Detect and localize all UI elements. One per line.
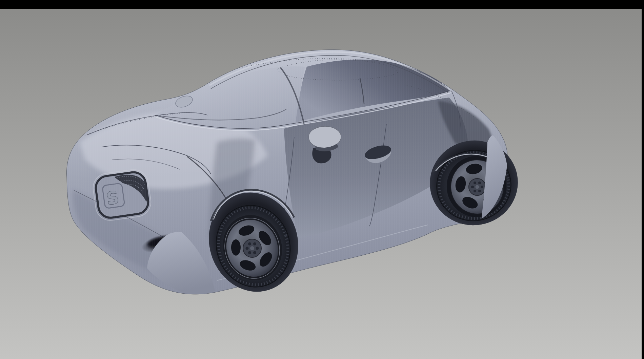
top-title-bar[interactable] (0, 0, 644, 9)
right-edge-bar (642, 0, 644, 359)
front-center-cap (250, 246, 254, 250)
rear-center-cap (476, 185, 479, 189)
render-viewport[interactable]: S (0, 0, 644, 359)
application-window: S (0, 0, 644, 359)
